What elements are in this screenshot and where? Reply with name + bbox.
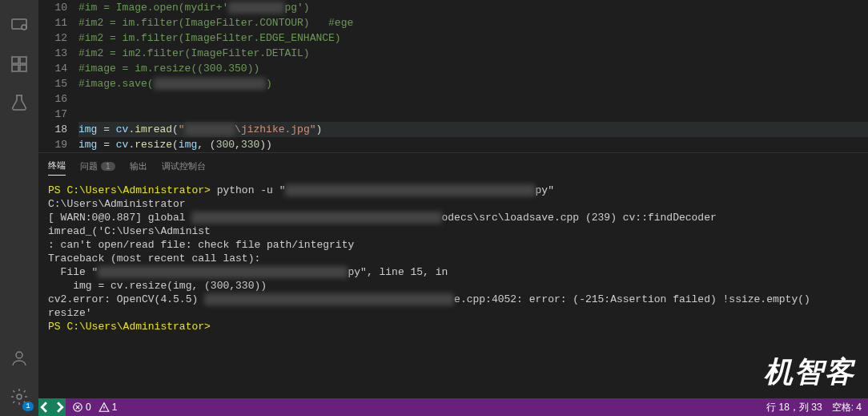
status-spaces[interactable]: 空格: 4 xyxy=(832,401,862,414)
terminal-line: cv2.error: OpenCV(4.5.5) e.cpp:4052: err… xyxy=(48,293,858,306)
activity-bar: 1 xyxy=(0,0,38,416)
panel-tabs: 终端问题1输出调试控制台 xyxy=(38,153,868,179)
settings-icon[interactable]: 1 xyxy=(0,378,38,416)
terminal-line: : can't open/read file: check file path/… xyxy=(48,238,858,252)
bottom-panel: 终端问题1输出调试控制台 PS C:\Users\Administrator> … xyxy=(38,152,868,416)
code-line[interactable] xyxy=(78,91,868,107)
main-area: 10111213141516171819 #im = Image.open(my… xyxy=(38,0,868,416)
terminal-output[interactable]: PS C:\Users\Administrator> python -u " p… xyxy=(38,179,868,416)
accounts-icon[interactable] xyxy=(0,339,38,378)
svg-rect-4 xyxy=(20,65,26,71)
code-line[interactable]: #image.save( ) xyxy=(78,76,868,91)
code-line[interactable] xyxy=(78,107,868,122)
status-cursor[interactable]: 行 18，列 33 xyxy=(766,401,822,414)
testing-icon[interactable] xyxy=(0,83,38,122)
code-line[interactable]: #im = Image.open(mydir+' pg') xyxy=(78,0,868,15)
panel-tab[interactable]: 终端 xyxy=(48,156,66,176)
terminal-line: PS C:\Users\Administrator> python -u " p… xyxy=(48,184,858,197)
svg-rect-2 xyxy=(12,57,18,63)
code-line[interactable]: #im2 = im.filter(ImageFilter.EDGE_ENHANC… xyxy=(78,30,868,46)
terminal-line: Traceback (most recent call last): xyxy=(48,252,858,265)
code-line[interactable]: #image = im.resize((300.350)) xyxy=(78,61,868,76)
status-bar: 0 1 行 18，列 33 空格: 4 xyxy=(38,398,868,416)
panel-tab[interactable]: 问题1 xyxy=(80,157,115,176)
panel-tab[interactable]: 调试控制台 xyxy=(162,157,206,176)
remote-explorer-icon[interactable] xyxy=(0,6,38,45)
line-gutter: 10111213141516171819 xyxy=(38,0,78,152)
status-problems[interactable]: 0 1 xyxy=(72,402,117,413)
extensions-icon[interactable] xyxy=(0,45,38,83)
terminal-line: [ WARN:0@0.887] global odecs\src\loadsav… xyxy=(48,211,858,238)
code-editor[interactable]: 10111213141516171819 #im = Image.open(my… xyxy=(38,0,868,152)
panel-tab[interactable]: 输出 xyxy=(130,157,147,176)
code-line[interactable]: #im2 = im2.filter(ImageFilter.DETAIL) xyxy=(78,46,868,61)
terminal-line: img = cv.resize(img, (300,330)) xyxy=(48,279,858,293)
terminal-line: File " py", line 15, in xyxy=(48,265,858,279)
code-line[interactable]: img = cv.resize(img, (300,330)) xyxy=(78,137,868,152)
svg-rect-5 xyxy=(20,57,26,63)
remote-indicator[interactable] xyxy=(38,398,66,416)
terminal-line: resize' xyxy=(48,306,858,320)
code-line[interactable]: #im2 = im.filter(ImageFilter.CONTOUR) #e… xyxy=(78,15,868,30)
svg-point-7 xyxy=(17,394,22,399)
terminal-line: PS C:\Users\Administrator> xyxy=(48,320,858,333)
svg-point-6 xyxy=(16,352,22,358)
svg-point-1 xyxy=(22,25,26,30)
settings-badge: 1 xyxy=(22,402,34,411)
code-content[interactable]: #im = Image.open(mydir+' pg')#im2 = im.f… xyxy=(78,0,868,152)
code-line[interactable]: img = cv.imread(" \jizhike.jpg") xyxy=(78,122,868,137)
svg-rect-3 xyxy=(12,65,18,71)
watermark: 机智客 xyxy=(764,353,855,392)
terminal-line: C:\Users\Administrator xyxy=(48,197,858,211)
